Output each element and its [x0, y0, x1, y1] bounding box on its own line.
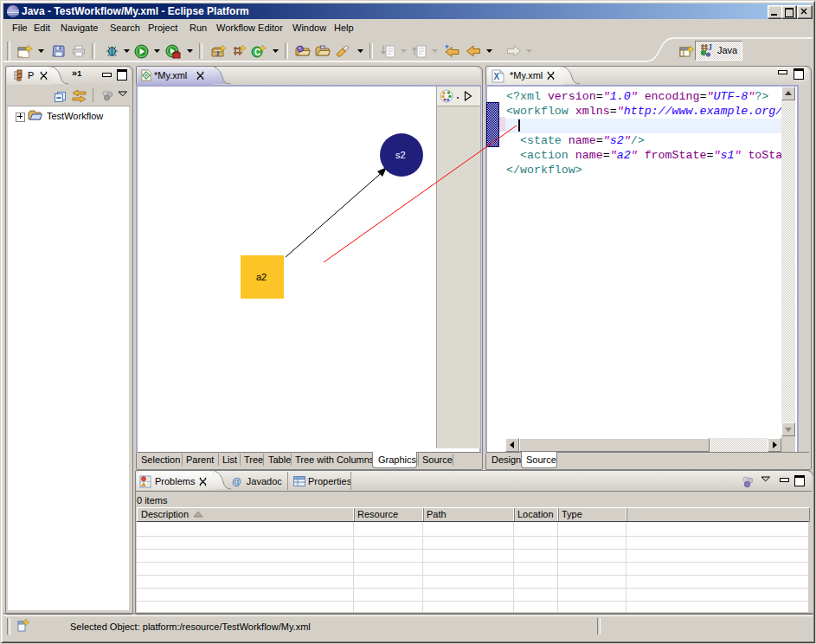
svg-text:J: J: [708, 43, 712, 52]
svg-text:s2: s2: [395, 150, 406, 160]
svg-text:X: X: [494, 72, 500, 81]
svg-text:a2: a2: [256, 272, 267, 282]
